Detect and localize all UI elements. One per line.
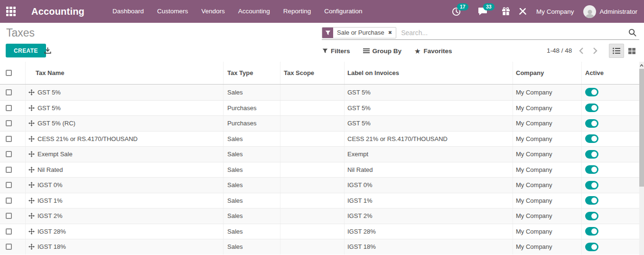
row-checkbox[interactable]	[6, 167, 12, 173]
menu-accounting[interactable]: Accounting	[232, 0, 277, 23]
view-switcher	[609, 44, 639, 58]
column-tax-type[interactable]: Tax Type	[223, 62, 280, 84]
active-toggle[interactable]	[585, 227, 598, 236]
table-body: GST 5% Sales GST 5% My Company GST 5% Pu…	[0, 85, 639, 255]
messages-icon[interactable]: 33	[478, 7, 487, 16]
tax-name: GST 5%	[37, 104, 61, 112]
tax-type: Sales	[227, 181, 243, 189]
table-row[interactable]: IGST 18% Sales IGST 18% My Company	[0, 239, 639, 255]
table-row[interactable]: IGST 1% Sales IGST 1% My Company	[0, 193, 639, 208]
drag-handle-icon[interactable]	[28, 182, 36, 188]
row-checkbox[interactable]	[6, 228, 12, 235]
drag-handle-icon[interactable]	[28, 198, 36, 204]
row-checkbox[interactable]	[6, 198, 12, 204]
table-row[interactable]: CESS 21% or RS.4170/THOUSAND Sales CESS …	[0, 131, 639, 147]
row-checkbox[interactable]	[6, 105, 12, 111]
activities-clock-icon[interactable]: 17	[452, 7, 461, 16]
favorites-button[interactable]: ★ Favorites	[414, 47, 452, 55]
pager-previous-button[interactable]	[576, 46, 587, 56]
drag-handle-icon[interactable]	[28, 136, 36, 142]
table-row[interactable]: IGST 0% Sales IGST 0% My Company	[0, 177, 639, 193]
magnifier-icon	[628, 28, 636, 37]
apps-menu-icon[interactable]	[6, 7, 16, 16]
search-icon[interactable]	[628, 28, 636, 38]
tools-icon[interactable]	[519, 8, 527, 16]
tax-type: Purchases	[227, 104, 256, 112]
create-button[interactable]: CREATE	[6, 44, 46, 57]
company: My Company	[516, 135, 552, 142]
menu-configuration[interactable]: Configuration	[317, 0, 369, 23]
row-checkbox[interactable]	[6, 244, 12, 250]
column-label-on-invoices[interactable]: Label on Invoices	[344, 62, 513, 84]
table-row[interactable]: Nil Rated Sales Nil Rated My Company	[0, 162, 639, 178]
filters-label: Filters	[331, 47, 350, 55]
row-checkbox[interactable]	[6, 136, 12, 142]
menu-reporting[interactable]: Reporting	[277, 0, 318, 23]
active-toggle[interactable]	[585, 212, 598, 220]
drag-handle-icon[interactable]	[28, 228, 36, 235]
pager-next-button[interactable]	[589, 46, 601, 56]
search-bar[interactable]: Sale or Purchase ✖	[322, 26, 639, 40]
drag-handle-icon[interactable]	[28, 244, 36, 250]
active-toggle[interactable]	[585, 88, 598, 96]
group-by-button[interactable]: Group By	[363, 47, 402, 55]
active-toggle[interactable]	[585, 165, 598, 174]
column-tax-name[interactable]: Tax Name	[25, 62, 223, 84]
user-avatar[interactable]	[583, 5, 596, 18]
column-active[interactable]: Active	[581, 62, 639, 84]
active-toggle[interactable]	[585, 119, 598, 128]
user-menu[interactable]: Administrator	[599, 8, 637, 15]
table-row[interactable]: GST 5% Purchases GST 5% My Company	[0, 100, 639, 116]
row-checkbox[interactable]	[6, 89, 12, 95]
label-on-invoices: IGST 2%	[347, 212, 373, 219]
facet-close-icon[interactable]: ✖	[388, 28, 396, 38]
scroll-up-arrow-icon[interactable]	[639, 63, 644, 68]
tax-name: GST 5%	[37, 89, 61, 96]
table-row[interactable]: IGST 28% Sales IGST 28% My Company	[0, 224, 639, 239]
column-company[interactable]: Company	[513, 62, 581, 84]
drag-handle-icon[interactable]	[28, 120, 36, 126]
row-checkbox[interactable]	[6, 182, 12, 188]
list-view-button[interactable]	[609, 44, 624, 58]
search-input[interactable]	[401, 29, 639, 37]
crossed-tools-icon	[519, 8, 527, 16]
vertical-scrollbar[interactable]	[639, 62, 644, 255]
filters-button[interactable]: Filters	[322, 47, 350, 55]
menu-dashboard[interactable]: Dashboard	[106, 0, 150, 23]
main-menu: Dashboard Customers Vendors Accounting R…	[106, 0, 369, 23]
active-toggle[interactable]	[585, 196, 598, 205]
active-toggle[interactable]	[585, 134, 598, 143]
row-checkbox[interactable]	[6, 151, 12, 157]
active-toggle[interactable]	[585, 104, 598, 112]
drag-handle-icon[interactable]	[28, 105, 36, 111]
table-row[interactable]: GST 5% Sales GST 5% My Company	[0, 85, 639, 100]
table-row[interactable]: Exempt Sale Sales Exempt My Company	[0, 146, 639, 162]
table-row[interactable]: IGST 2% Sales IGST 2% My Company	[0, 208, 639, 224]
drag-handle-icon[interactable]	[28, 213, 36, 219]
export-download-icon[interactable]	[44, 47, 51, 56]
filter-bar: Filters Group By ★ Favorites	[322, 44, 465, 58]
active-toggle[interactable]	[585, 243, 598, 251]
company: My Company	[516, 243, 552, 250]
active-toggle[interactable]	[585, 181, 598, 189]
column-tax-scope[interactable]: Tax Scope	[280, 62, 344, 84]
drag-handle-icon[interactable]	[28, 151, 36, 157]
row-checkbox[interactable]	[6, 120, 12, 126]
label-on-invoices: IGST 18%	[347, 243, 376, 250]
table-row[interactable]: GST 5% (RC) Purchases GST 5% My Company	[0, 115, 639, 131]
gift-icon[interactable]	[502, 7, 510, 16]
company-switcher[interactable]: My Company	[536, 8, 574, 15]
app-name[interactable]: Accounting	[31, 6, 84, 17]
drag-handle-icon[interactable]	[28, 167, 36, 173]
label-on-invoices: Exempt	[347, 151, 368, 158]
menu-vendors[interactable]: Vendors	[195, 0, 232, 23]
active-toggle[interactable]	[585, 150, 598, 159]
row-checkbox[interactable]	[6, 213, 12, 219]
tax-type: Sales	[227, 135, 243, 142]
chevron-left-icon	[579, 47, 584, 54]
select-all-checkbox[interactable]	[6, 70, 12, 76]
kanban-view-button[interactable]	[624, 44, 639, 58]
drag-handle-icon[interactable]	[28, 89, 36, 95]
menu-customers[interactable]: Customers	[150, 0, 195, 23]
scrollbar-thumb[interactable]	[639, 69, 644, 187]
